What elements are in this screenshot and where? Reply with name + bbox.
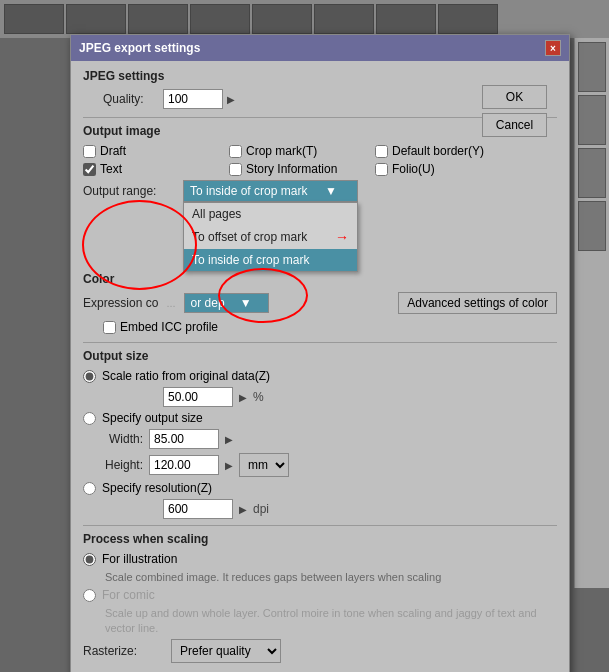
output-range-dropdown[interactable]: To inside of crop mark ▼	[183, 180, 358, 202]
width-label: Width:	[103, 432, 143, 446]
resolution-row: Specify resolution(Z)	[83, 481, 557, 495]
percent-label: %	[253, 390, 264, 404]
jpeg-settings-label: JPEG settings	[83, 69, 557, 83]
close-button[interactable]: ×	[545, 40, 561, 56]
side-thumb-4	[578, 201, 606, 251]
rasterize-label: Rasterize:	[83, 644, 163, 658]
expression-label: Expression co	[83, 296, 158, 310]
expression-row: Expression co ... or dep ▼ Advanced sett…	[83, 292, 557, 314]
color-section-label: Color	[83, 272, 557, 286]
bg-thumb-4	[190, 4, 250, 34]
story-info-checkbox-item: Story Information	[229, 162, 359, 176]
scale-input-row: ▶ %	[163, 387, 557, 407]
width-input[interactable]	[149, 429, 219, 449]
adv-color-button[interactable]: Advanced settings of color	[398, 292, 557, 314]
folio-label: Folio(U)	[392, 162, 435, 176]
for-comic-radio[interactable]	[83, 589, 96, 602]
side-panel	[574, 38, 609, 588]
resolution-input[interactable]	[163, 499, 233, 519]
default-border-label: Default border(Y)	[392, 144, 484, 158]
output-range-label: Output range:	[83, 184, 183, 198]
side-thumb-1	[578, 42, 606, 92]
for-illustration-label: For illustration	[102, 552, 177, 566]
dropdown-item-inside[interactable]: To inside of crop mark	[184, 249, 357, 271]
scale-arrow-icon: ▶	[239, 392, 247, 403]
embed-icc-checkbox[interactable]	[103, 321, 116, 334]
checkbox-row-1: Draft Crop mark(T) Default border(Y)	[83, 144, 557, 158]
dialog-title: JPEG export settings	[79, 41, 200, 55]
for-comic-label: For comic	[102, 588, 155, 602]
embed-icc-label: Embed ICC profile	[120, 320, 218, 334]
height-row: Height: ▶ mm px cm	[103, 453, 557, 477]
dpi-label: dpi	[253, 502, 269, 516]
folio-checkbox-item: Folio(U)	[375, 162, 505, 176]
story-info-label: Story Information	[246, 162, 337, 176]
for-comic-row: For comic	[83, 588, 557, 602]
crop-mark-checkbox-item: Crop mark(T)	[229, 144, 359, 158]
color-section: Color Expression co ... or dep ▼ Advance…	[83, 272, 557, 314]
bg-thumb-8	[438, 4, 498, 34]
ok-button[interactable]: OK	[482, 85, 547, 109]
draft-checkbox-item: Draft	[83, 144, 213, 158]
scale-ratio-radio[interactable]	[83, 370, 96, 383]
dropdown-item-offset[interactable]: To offset of crop mark →	[184, 225, 357, 249]
rasterize-row: Rasterize: Prefer quality Prefer speed	[83, 639, 557, 663]
quality-arrow-icon: ▶	[227, 94, 235, 105]
output-range-popup: All pages To offset of crop mark → To in…	[183, 202, 358, 272]
output-size-section: Output size Scale ratio from original da…	[83, 349, 557, 519]
checkbox-row-2: Text Story Information Folio(U)	[83, 162, 557, 176]
output-size-label: Output size	[83, 349, 557, 363]
text-label: Text	[100, 162, 122, 176]
scale-ratio-label: Scale ratio from original data(Z)	[102, 369, 270, 383]
bg-thumb-7	[376, 4, 436, 34]
output-range-selected: To inside of crop mark	[190, 184, 307, 198]
bg-thumb-1	[4, 4, 64, 34]
folio-checkbox[interactable]	[375, 163, 388, 176]
specify-size-row: Specify output size	[83, 411, 557, 425]
arrow-icon: →	[335, 229, 349, 245]
bg-thumb-6	[314, 4, 374, 34]
dropdown-item-all-pages[interactable]: All pages	[184, 203, 357, 225]
resolution-label: Specify resolution(Z)	[102, 481, 212, 495]
dialog-body: OK Cancel JPEG settings Quality: ▶ Outpu…	[71, 61, 569, 672]
for-illustration-radio[interactable]	[83, 553, 96, 566]
crop-mark-checkbox[interactable]	[229, 145, 242, 158]
bg-thumb-2	[66, 4, 126, 34]
resolution-arrow-icon: ▶	[239, 504, 247, 515]
action-buttons: OK Cancel	[482, 85, 547, 137]
text-checkbox[interactable]	[83, 163, 96, 176]
width-arrow-icon: ▶	[225, 434, 233, 445]
side-thumb-2	[578, 95, 606, 145]
resolution-input-row: ▶ dpi	[163, 499, 557, 519]
height-input[interactable]	[149, 455, 219, 475]
specify-size-radio[interactable]	[83, 412, 96, 425]
side-thumb-3	[578, 148, 606, 198]
story-info-checkbox[interactable]	[229, 163, 242, 176]
text-checkbox-item: Text	[83, 162, 213, 176]
dialog-titlebar: JPEG export settings ×	[71, 35, 569, 61]
default-border-checkbox[interactable]	[375, 145, 388, 158]
expression-depth-label: or dep	[191, 296, 225, 310]
crop-mark-label: Crop mark(T)	[246, 144, 317, 158]
quality-label: Quality:	[103, 92, 163, 106]
expression-dots: ...	[166, 297, 175, 309]
process-section: Process when scaling For illustration Sc…	[83, 532, 557, 663]
background-strip	[0, 0, 609, 38]
draft-checkbox[interactable]	[83, 145, 96, 158]
quality-input[interactable]	[163, 89, 223, 109]
draft-label: Draft	[100, 144, 126, 158]
scale-input[interactable]	[163, 387, 233, 407]
specify-size-label: Specify output size	[102, 411, 203, 425]
unit-dropdown[interactable]: mm px cm	[239, 453, 289, 477]
for-illustration-desc: Scale combined image. It reduces gaps be…	[105, 570, 557, 584]
rasterize-dropdown[interactable]: Prefer quality Prefer speed	[171, 639, 281, 663]
cancel-button[interactable]: Cancel	[482, 113, 547, 137]
resolution-radio[interactable]	[83, 482, 96, 495]
scale-ratio-row: Scale ratio from original data(Z)	[83, 369, 557, 383]
expression-depth-dropdown[interactable]: or dep ▼	[184, 293, 269, 313]
default-border-checkbox-item: Default border(Y)	[375, 144, 505, 158]
for-comic-desc: Scale up and down whole layer. Control m…	[105, 606, 557, 635]
embed-icc-row: Embed ICC profile	[103, 320, 557, 334]
process-label: Process when scaling	[83, 532, 557, 546]
width-row: Width: ▶	[103, 429, 557, 449]
